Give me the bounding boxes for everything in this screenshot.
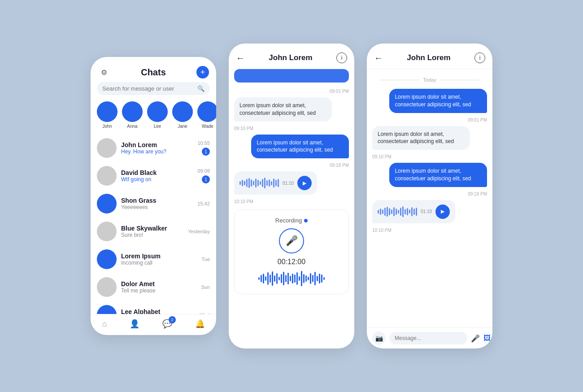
today-divider: Today [372, 74, 487, 85]
chat-name-lee: Lee Alphabet [121, 308, 196, 314]
chat-item-david[interactable]: David Black Wtf going on 09:08 1 [91, 162, 216, 190]
wave-bar [266, 180, 268, 186]
rec-wave-bar [319, 274, 320, 283]
rec-wave-bar [283, 272, 284, 285]
chat-item-john[interactable]: John Lorem Hey. How are you? 10:55 1 [91, 134, 216, 162]
wave-bar [405, 209, 406, 214]
info-button-2[interactable]: i [336, 52, 347, 63]
mic-icon[interactable]: 🎤 [279, 228, 304, 253]
nav-home-icon[interactable]: ⌂ [102, 319, 107, 329]
nav-chats-icon[interactable]: 💬 2 [162, 319, 172, 329]
wave-bar [278, 179, 279, 187]
wave-bar [382, 209, 383, 214]
chat-item-dolor[interactable]: Dolor Amet Tell me please Sun [91, 273, 216, 301]
play-button-2[interactable]: ▶ [297, 176, 312, 190]
rec-wave-bar [317, 276, 318, 281]
chat-list: John Lorem Hey. How are you? 10:55 1 Dav… [91, 134, 216, 314]
rec-wave-bar [261, 275, 262, 282]
chat-time-lorem: Tue [201, 257, 210, 262]
phone-chat-recording: ← John Lorem i 09:01 PM Lorem ipsum dolo… [229, 44, 354, 348]
chat-info-john: John Lorem Hey. How are you? [121, 141, 193, 155]
story-john[interactable]: John [97, 101, 117, 129]
chat-item-lorem[interactable]: Lorem Ipsum Incoming call Tue [91, 245, 216, 273]
message-input-bar: 📷 🎤 🖼 + [367, 327, 492, 348]
msg-time-4: 10:10 PM [234, 199, 349, 204]
partial-bubble-2 [234, 69, 349, 83]
msg-time-2: 09:10 PM [234, 126, 349, 131]
story-anna[interactable]: Anna [122, 101, 143, 129]
message-input[interactable] [389, 332, 467, 344]
wave-bar [248, 178, 250, 188]
chat-info-lorem: Lorem Ipsum Incoming call [121, 253, 197, 266]
wave-bar [400, 208, 401, 216]
wave-bar [260, 181, 261, 185]
chat-item-blue[interactable]: Blue Skywalker Sure bro! Yesterday [91, 218, 216, 245]
search-icon: 🔍 [197, 85, 204, 92]
chat-item-lee[interactable]: Lee Alphabet Hey. How are you? Wed [91, 301, 216, 314]
chat-preview-dolor: Tell me please [121, 287, 196, 294]
msg-time-3-4: 10:10 PM [372, 228, 487, 233]
wave-bar [411, 207, 413, 216]
recording-label: Recording [275, 217, 308, 224]
story-avatar-wade [197, 101, 216, 122]
image-button[interactable]: 🖼 [483, 334, 491, 342]
rec-wave-bar [305, 275, 307, 282]
story-jane[interactable]: Jane [172, 101, 193, 129]
rec-wave-bar [294, 274, 296, 283]
wave-bar [389, 208, 390, 215]
camera-button[interactable]: 📷 [372, 331, 386, 345]
today-label: Today [423, 77, 436, 83]
story-wade[interactable]: Wade [197, 101, 216, 129]
mic-button[interactable]: 🎤 [471, 334, 480, 343]
chat-avatar-david [97, 166, 117, 186]
chat-preview-david: Wtf going on [121, 176, 193, 183]
stories-row: John Anna Lee Jane Wade [91, 100, 216, 134]
chat-meta-shon: 15:42 [197, 201, 210, 206]
chats-title: Chats [110, 67, 196, 78]
msg-bubble-received-1: Lorem ipsum dolor sit amet, consectetuer… [234, 97, 332, 122]
msg-time-1: 09:01 PM [234, 89, 349, 94]
chats-header: ⚙ Chats + [91, 57, 216, 82]
settings-icon[interactable]: ⚙ [98, 66, 110, 78]
story-avatar-anna [122, 101, 143, 122]
rec-wave-bar [310, 273, 311, 284]
wave-bar [391, 209, 392, 214]
back-button-2[interactable]: ← [236, 53, 245, 63]
chat-time-blue: Yesterday [188, 229, 210, 234]
story-name-jane: Jane [178, 124, 187, 129]
rec-wave-bar [285, 275, 287, 282]
rec-wave-bar [258, 277, 260, 280]
rec-wave-bar [303, 274, 305, 283]
chat-header-3: ← John Lorem i [367, 44, 492, 69]
info-button-3[interactable]: i [474, 52, 485, 63]
wave-bar [378, 210, 379, 213]
chat-item-shon[interactable]: Shon Grass Yeeeeeees 15:42 [91, 190, 216, 218]
rec-wave-bar [270, 274, 271, 283]
rec-wave-bar [308, 277, 309, 280]
nav-notifications-icon[interactable]: 🔔 [195, 319, 205, 329]
wave-bar [393, 207, 395, 216]
search-input[interactable] [102, 85, 195, 92]
rec-wave-bar [292, 274, 293, 283]
chat-info-shon: Shon Grass Yeeeeeees [121, 197, 193, 210]
rec-wave-bar [281, 274, 282, 283]
story-lee[interactable]: Lee [147, 101, 168, 129]
nav-contacts-icon[interactable]: 👤 [130, 319, 139, 329]
new-chat-button[interactable]: + [196, 66, 209, 78]
wave-bar [255, 179, 257, 187]
msg-time-3-3: 09:18 PM [372, 192, 487, 196]
rec-wave-bar [274, 275, 275, 282]
wave-bar [257, 180, 259, 186]
chat-time-john: 10:55 [197, 140, 210, 146]
phone-chats-list: ⚙ Chats + 🔍 John Anna Lee [91, 57, 216, 335]
play-button-3[interactable]: ▶ [435, 205, 450, 219]
bottom-nav: ⌂ 👤 💬 2 🔔 [91, 314, 216, 335]
messages-area-3: Today Lorem ipsum dolor sit amet, consec… [367, 69, 492, 327]
chat-time-dolor: Sun [201, 284, 210, 290]
wave-bar [380, 209, 381, 215]
rec-wave-bar [263, 274, 264, 283]
divider-line-left [379, 80, 419, 80]
back-button-3[interactable]: ← [374, 53, 383, 63]
wave-bar [407, 208, 408, 215]
wave-bar [244, 181, 245, 185]
